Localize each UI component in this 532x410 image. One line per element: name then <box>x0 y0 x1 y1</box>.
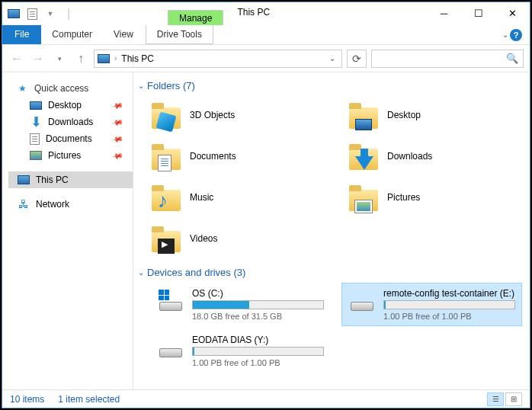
folder-overlay-icon <box>355 119 372 130</box>
search-icon[interactable]: 🔍 <box>506 53 518 64</box>
folder-icon <box>349 143 380 170</box>
qat-properties-icon[interactable] <box>24 5 40 22</box>
folder-overlay-icon <box>156 112 177 133</box>
sidebar-item-documents[interactable]: Documents 📌 <box>8 130 133 147</box>
address-text[interactable]: This PC <box>121 53 322 64</box>
status-selected-count: 1 item selected <box>58 394 120 405</box>
folder-overlay-icon <box>158 239 175 254</box>
nav-pane: ★ Quick access Desktop 📌 ⬇ Downloads 📌 D… <box>2 72 133 389</box>
search-input[interactable] <box>377 53 506 64</box>
star-icon: ★ <box>16 82 28 94</box>
sidebar-label: This PC <box>36 175 69 185</box>
folder-item[interactable]: Downloads <box>348 137 522 175</box>
up-button[interactable]: ↑ <box>72 50 89 67</box>
tab-computer[interactable]: Computer <box>41 25 103 44</box>
status-bar: 10 items 1 item selected ☰ ⊞ <box>2 389 530 408</box>
sidebar-label: Quick access <box>34 83 88 94</box>
folder-item[interactable]: 3D Objects <box>150 96 325 134</box>
desktop-icon <box>30 101 42 110</box>
refresh-button[interactable]: ⟳ <box>347 50 367 68</box>
folder-item[interactable]: Documents <box>150 137 325 175</box>
folder-label: Downloads <box>387 151 432 162</box>
network-icon: 🖧 <box>18 198 30 210</box>
windows-logo-icon <box>159 290 169 300</box>
ribbon: File Computer View Drive Tools ⌄? <box>2 25 530 45</box>
folder-icon: ♪ <box>152 184 182 211</box>
sidebar-this-pc[interactable]: This PC <box>8 171 133 188</box>
pictures-icon <box>30 151 42 160</box>
chevron-down-icon: ⌄ <box>138 268 144 277</box>
sidebar-item-label: Desktop <box>48 100 82 111</box>
drive-info: remote-config test-container (E:) 1.00 P… <box>383 288 515 321</box>
sidebar-item-label: Downloads <box>48 117 93 127</box>
app-icon <box>5 5 22 22</box>
drive-info: EODATA DIAS (Y:) 1.00 PB free of 1.00 PB <box>192 335 324 367</box>
sidebar-network[interactable]: 🖧 Network <box>8 196 133 213</box>
folder-icon <box>152 101 182 129</box>
help-icon[interactable]: ? <box>510 29 522 41</box>
tab-drive-tools[interactable]: Drive Tools <box>146 25 213 44</box>
drive-usage-bar <box>192 347 324 356</box>
minimize-button[interactable]: ─ <box>427 2 461 24</box>
sidebar-label: Network <box>36 199 69 210</box>
qat-separator: | <box>60 5 77 22</box>
folder-item[interactable]: ♪ Music <box>150 178 325 216</box>
drive-free-text: 18.0 GB free of 31.5 GB <box>192 312 324 321</box>
drive-item[interactable]: remote-config test-container (E:) 1.00 P… <box>341 283 522 326</box>
view-large-icons-button[interactable]: ⊞ <box>505 392 522 406</box>
file-tab[interactable]: File <box>2 25 41 44</box>
folder-label: Pictures <box>387 192 420 203</box>
address-bar[interactable]: › This PC ⌄ <box>94 50 342 68</box>
address-dropdown[interactable]: ⌄ <box>326 54 338 62</box>
sidebar-item-desktop[interactable]: Desktop 📌 <box>8 97 133 114</box>
sidebar-item-pictures[interactable]: Pictures 📌 <box>8 147 133 164</box>
status-item-count: 10 items <box>10 394 44 405</box>
sidebar-quick-access[interactable]: ★ Quick access <box>8 80 133 97</box>
music-icon: ♪ <box>158 189 168 213</box>
sidebar-item-downloads[interactable]: ⬇ Downloads 📌 <box>8 114 133 130</box>
folder-icon <box>349 184 380 211</box>
drive-icon <box>348 288 376 316</box>
folder-item[interactable]: Pictures <box>348 178 522 216</box>
back-button[interactable]: ← <box>8 50 25 67</box>
document-icon <box>30 133 40 145</box>
drive-info: OS (C:) 18.0 GB free of 31.5 GB <box>192 288 324 321</box>
folder-label: Music <box>190 192 213 203</box>
drive-icon <box>157 335 184 362</box>
quick-access-toolbar: ▼ | <box>2 2 80 25</box>
explorer-window: ▼ | Manage This PC ─ ☐ ✕ File Computer V… <box>2 2 530 408</box>
location-icon <box>98 54 110 63</box>
section-title: Folders (7) <box>147 80 195 91</box>
pin-icon: 📌 <box>111 116 123 128</box>
tab-view[interactable]: View <box>103 25 144 44</box>
search-box[interactable]: 🔍 <box>371 50 524 68</box>
drive-icon <box>157 288 184 316</box>
folder-label: Documents <box>190 151 236 162</box>
drives-section-header[interactable]: ⌄ Devices and drives (3) <box>136 264 522 283</box>
breadcrumb-chevron-icon[interactable]: › <box>114 54 117 62</box>
context-tab-group: Manage <box>168 10 223 25</box>
folder-label: Desktop <box>387 110 421 120</box>
folder-icon <box>152 143 182 170</box>
close-button[interactable]: ✕ <box>495 2 530 24</box>
sidebar-item-label: Pictures <box>48 150 81 161</box>
drive-item[interactable]: OS (C:) 18.0 GB free of 31.5 GB <box>150 283 331 326</box>
folder-item[interactable]: Desktop <box>348 96 522 134</box>
drive-name: OS (C:) <box>192 288 324 299</box>
download-icon: ⬇ <box>30 116 42 128</box>
view-details-button[interactable]: ☰ <box>487 392 504 406</box>
forward-button[interactable]: → <box>30 50 46 67</box>
folder-overlay-icon <box>158 155 171 171</box>
folder-item[interactable]: Videos <box>150 219 325 258</box>
ribbon-expand[interactable]: ⌄? <box>495 25 530 44</box>
folders-section-header[interactable]: ⌄ Folders (7) <box>136 77 522 96</box>
drive-name: EODATA DIAS (Y:) <box>192 335 324 345</box>
recent-locations-button[interactable]: ▾ <box>51 50 68 67</box>
maximize-button[interactable]: ☐ <box>461 2 495 24</box>
qat-dropdown-icon[interactable]: ▼ <box>42 5 59 22</box>
titlebar: ▼ | Manage This PC ─ ☐ ✕ <box>2 2 530 25</box>
drive-item[interactable]: EODATA DIAS (Y:) 1.00 PB free of 1.00 PB <box>150 329 331 373</box>
download-arrow-icon <box>355 156 373 170</box>
window-title: This PC <box>223 2 427 25</box>
drive-free-text: 1.00 PB free of 1.00 PB <box>192 358 324 367</box>
